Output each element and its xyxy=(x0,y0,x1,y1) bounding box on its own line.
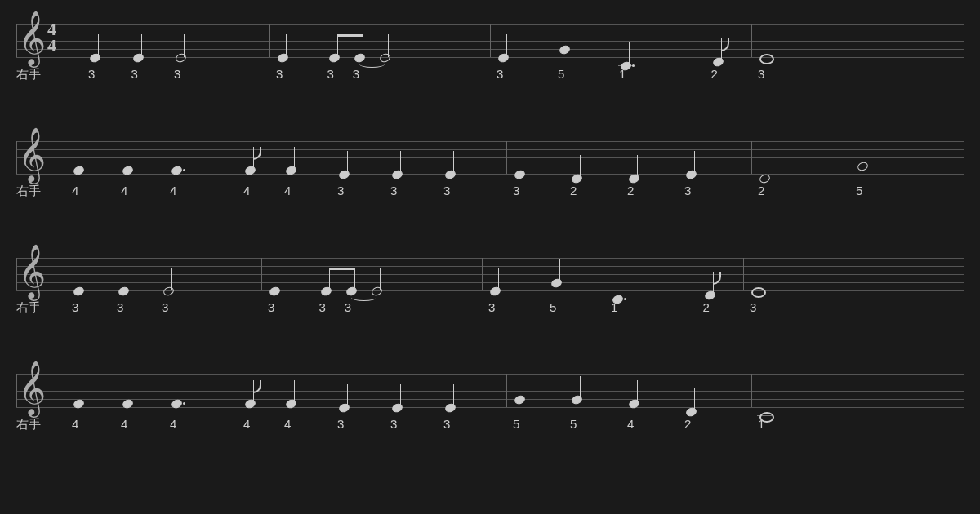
fingering: 3 xyxy=(268,300,274,314)
fingering: 5 xyxy=(856,184,862,197)
staff-system-2: 𝄞右手33333335123 xyxy=(16,258,964,335)
fingering: 2 xyxy=(684,417,691,431)
hand-label: 右手 xyxy=(16,300,41,316)
fingering: 3 xyxy=(443,417,450,431)
barline xyxy=(482,258,483,290)
fingering: 4 xyxy=(284,184,291,197)
fingering: 3 xyxy=(488,300,495,314)
staff-system-3: 𝄞右手4444433355421 xyxy=(16,374,964,452)
barline xyxy=(278,141,278,174)
fingering: 4 xyxy=(243,184,250,197)
treble-clef-icon: 𝄞 xyxy=(18,248,46,295)
fingering: 2 xyxy=(758,184,764,197)
fingering: 4 xyxy=(627,417,634,431)
fingering: 5 xyxy=(550,300,556,314)
fingering: 4 xyxy=(121,417,127,431)
fingering: 3 xyxy=(513,184,519,197)
fingering: 3 xyxy=(174,67,180,81)
barline xyxy=(490,24,491,57)
fingering: 3 xyxy=(390,184,397,197)
treble-clef-icon: 𝄞 xyxy=(18,365,46,412)
fingering: 3 xyxy=(276,67,283,81)
fingering: 3 xyxy=(337,417,344,431)
fingering: 3 xyxy=(162,300,168,314)
fingering: 4 xyxy=(121,184,127,197)
fingering: 4 xyxy=(72,184,78,197)
fingering: 3 xyxy=(131,67,138,81)
fingering: 3 xyxy=(684,184,691,197)
fingering: 5 xyxy=(558,67,564,81)
fingering: 3 xyxy=(497,67,503,81)
fingering: 3 xyxy=(319,300,326,314)
barline xyxy=(261,258,262,290)
barline xyxy=(743,258,744,290)
fingering: 2 xyxy=(703,300,710,314)
treble-clef-icon: 𝄞 xyxy=(18,131,46,179)
fingering: 3 xyxy=(750,300,756,314)
fingering: 3 xyxy=(345,300,351,314)
fingering: 3 xyxy=(443,184,450,197)
barline xyxy=(751,374,752,407)
barline xyxy=(751,141,752,174)
fingering: 4 xyxy=(72,417,78,431)
fingering: 4 xyxy=(243,417,250,431)
staff-system-1: 𝄞右手44444333322325 xyxy=(16,141,964,219)
fingering: 3 xyxy=(72,300,78,314)
fingering: 4 xyxy=(284,417,291,431)
barline xyxy=(278,374,278,407)
fingering: 4 xyxy=(170,184,176,197)
barline xyxy=(506,141,507,174)
staff-system-0: 𝄞44右手33333335123 xyxy=(16,24,964,102)
hand-label: 右手 xyxy=(16,67,41,82)
barline xyxy=(751,24,752,57)
barline xyxy=(506,374,507,407)
hand-label: 右手 xyxy=(16,417,41,432)
fingering: 3 xyxy=(117,300,123,314)
barline xyxy=(270,24,270,57)
fingering: 3 xyxy=(353,67,359,81)
fingering: 3 xyxy=(88,67,95,81)
sheet-music: 𝄞44右手33333335123𝄞右手44444333322325𝄞右手3333… xyxy=(0,0,980,514)
fingering: 3 xyxy=(337,184,344,197)
fingering: 3 xyxy=(758,67,764,81)
treble-clef-icon: 𝄞 xyxy=(18,15,46,62)
time-signature: 44 xyxy=(47,21,56,54)
fingering: 3 xyxy=(390,417,397,431)
fingering: 2 xyxy=(570,184,577,197)
fingering: 3 xyxy=(327,67,334,81)
fingering: 2 xyxy=(711,67,718,81)
fingering: 2 xyxy=(627,184,634,197)
fingering: 5 xyxy=(570,417,577,431)
fingering: 4 xyxy=(170,417,176,431)
hand-label: 右手 xyxy=(16,184,41,199)
fingering: 5 xyxy=(513,417,519,431)
